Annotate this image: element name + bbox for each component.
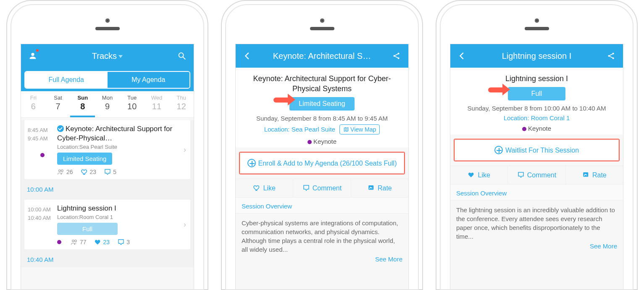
notification-dot <box>36 49 39 52</box>
rate-button[interactable]: Rate <box>351 179 408 197</box>
action-bar: Tracks <box>21 44 194 68</box>
day-tab-sat[interactable]: Sat7 <box>46 91 71 117</box>
attendee-count: 77 <box>71 238 87 246</box>
day-tab-sun[interactable]: Sun8 <box>70 91 95 117</box>
share-icon[interactable] <box>604 48 619 63</box>
enrolled-badge-icon <box>57 125 64 132</box>
svg-point-0 <box>179 53 184 58</box>
enroll-callout: Enroll & Add to My Agenda (26/100 Seats … <box>239 152 405 174</box>
see-more-link[interactable]: See More <box>236 256 408 265</box>
track-dot-icon <box>308 140 312 144</box>
session-datetime: Sunday, September 8 from 10:00 AM to 10:… <box>455 105 619 112</box>
waitlist-callout: Waitlist For This Session <box>454 139 620 161</box>
search-icon[interactable] <box>174 48 189 63</box>
session-title: Lightning session I <box>455 74 619 84</box>
tab-full-agenda[interactable]: Full Agenda <box>25 72 108 88</box>
session-end: 9:45 AM <box>28 134 57 143</box>
time-separator: 10:40 AM <box>21 252 194 267</box>
attendee-count: 26 <box>57 168 73 176</box>
page-title: Lightning session I <box>470 51 604 61</box>
back-icon[interactable] <box>240 48 255 63</box>
action-bar: Lightning session I <box>450 44 623 68</box>
like-button[interactable]: Like <box>236 179 293 197</box>
view-map-button[interactable]: View Map <box>339 124 380 134</box>
section-header: Session Overview <box>450 185 623 200</box>
enroll-button[interactable]: Enroll & Add to My Agenda (26/100 Seats … <box>240 153 404 174</box>
status-limited-pill: Limited Seating <box>289 97 354 111</box>
day-tab-fri[interactable]: Fri6 <box>21 91 46 117</box>
status-full-pill: Full <box>508 87 566 100</box>
session-title: Keynote: Architectural Support for Cyber… <box>57 125 172 142</box>
see-more-link[interactable]: See More <box>450 243 623 252</box>
back-icon[interactable] <box>455 48 470 63</box>
session-start: 8:45 AM <box>28 126 57 134</box>
like-count[interactable]: 23 <box>81 168 97 176</box>
track-dot-icon <box>522 127 526 131</box>
callout-arrow-icon <box>488 84 510 95</box>
phone-lightning-detail: Lightning session I Lightning session I … <box>436 0 638 290</box>
session-location-link[interactable]: Location: Room Coral 1 <box>504 114 570 121</box>
waitlist-button[interactable]: Waitlist For This Session <box>455 140 619 161</box>
session-overview-text: Cyber-physical systems are integrations … <box>236 214 408 256</box>
session-overview-text: The lightning session is an incredibly v… <box>450 200 623 243</box>
session-card-keynote[interactable]: 8:45 AM 9:45 AM Keynote: Architectural S… <box>24 120 190 179</box>
status-limited-pill: Limited Seating <box>57 153 112 165</box>
status-full-pill: Full <box>57 223 118 235</box>
phone-keynote-detail: Keynote: Architectural S… Keynote: Archi… <box>221 0 423 290</box>
tracks-dropdown[interactable]: Tracks <box>40 51 174 61</box>
comment-button[interactable]: Comment <box>293 179 351 197</box>
svg-point-4 <box>72 240 74 242</box>
profile-icon[interactable] <box>25 48 40 63</box>
track-label: Keynote <box>528 125 551 132</box>
track-label: Keynote <box>313 138 336 145</box>
like-count[interactable]: 23 <box>94 238 110 246</box>
session-location-link[interactable]: Location: Sea Pearl Suite <box>264 126 335 133</box>
like-button[interactable]: Like <box>450 166 508 184</box>
page-title: Keynote: Architectural S… <box>255 51 389 61</box>
svg-line-1 <box>183 57 186 60</box>
session-datetime: Sunday, September 8 from 8:45 AM to 9:45… <box>240 115 404 122</box>
agenda-segment: Full Agenda My Agenda <box>24 71 190 89</box>
rate-button[interactable]: Rate <box>566 166 623 184</box>
day-tab-wed[interactable]: Wed11 <box>145 91 169 117</box>
phone-agenda: Tracks Full Agenda My Agenda Fri6Sat7Sun… <box>6 0 208 290</box>
callout-arrow-icon <box>273 94 295 105</box>
day-tab-thu[interactable]: Thu12 <box>169 91 194 117</box>
chevron-down-icon <box>118 55 123 58</box>
section-header: Session Overview <box>236 198 408 214</box>
session-title: Lightning session I <box>57 204 179 213</box>
action-bar: Keynote: Architectural S… <box>236 44 408 68</box>
session-title: Keynote: Architectural Support for Cyber… <box>240 74 404 94</box>
session-card-lightning[interactable]: 10:00 AM 10:40 AM Lightning session I Lo… <box>24 200 190 249</box>
session-end: 10:40 AM <box>28 214 57 222</box>
session-start: 10:00 AM <box>28 206 57 214</box>
comment-button[interactable]: Comment <box>508 166 565 184</box>
day-tab-mon[interactable]: Mon9 <box>95 91 120 117</box>
day-strip: Fri6Sat7Sun8Mon9Tue10Wed11Thu12 <box>21 91 194 118</box>
chevron-right-icon: › <box>184 220 186 229</box>
chevron-right-icon: › <box>184 145 186 154</box>
comment-count[interactable]: 3 <box>117 238 130 246</box>
svg-point-3 <box>61 170 63 172</box>
day-tab-tue[interactable]: Tue10 <box>120 91 145 117</box>
time-separator: 10:00 AM <box>21 182 194 197</box>
comment-count[interactable]: 5 <box>104 168 116 176</box>
plus-circle-icon <box>247 159 256 167</box>
plus-circle-icon <box>494 146 503 154</box>
track-dot-icon <box>40 153 45 157</box>
tab-my-agenda[interactable]: My Agenda <box>108 72 190 88</box>
track-dot-icon <box>57 240 61 244</box>
svg-point-5 <box>75 240 77 242</box>
share-icon[interactable] <box>389 48 404 63</box>
svg-point-2 <box>59 170 61 172</box>
session-location: Location:Room Coral 1 <box>57 214 179 220</box>
session-location: Location:Sea Pearl Suite <box>57 144 179 150</box>
